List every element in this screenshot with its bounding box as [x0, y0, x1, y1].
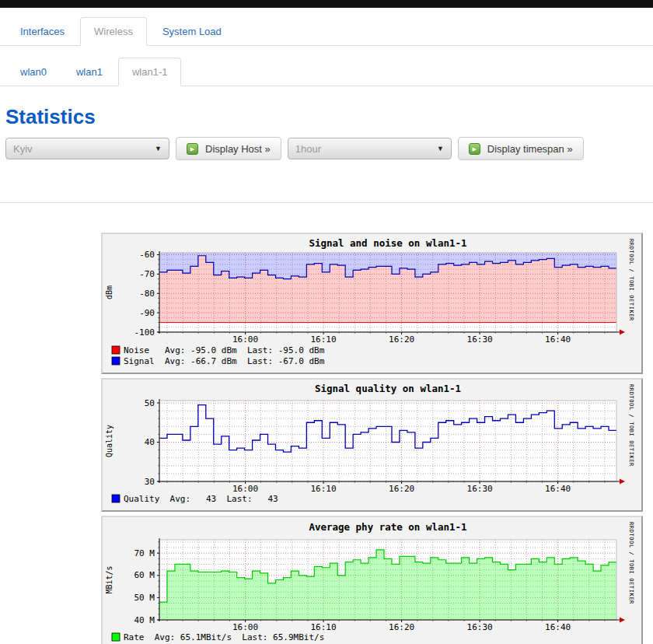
- svg-text:50 M: 50 M: [134, 593, 155, 603]
- svg-text:40: 40: [145, 437, 155, 447]
- svg-text:RRDTOOL / TOBI OETIKER: RRDTOOL / TOBI OETIKER: [628, 522, 634, 604]
- svg-text:Signal and noise on wlan1-1: Signal and noise on wlan1-1: [309, 237, 466, 249]
- display-host-button[interactable]: ▶ Display Host »: [176, 137, 281, 160]
- phy-rate-chart-panel: 40 M50 M60 M70 M16:0016:1016:2016:3016:4…: [101, 516, 643, 644]
- svg-text:16:00: 16:00: [232, 622, 258, 632]
- svg-text:16:10: 16:10: [311, 484, 337, 494]
- signal-noise-chart-panel: -60-70-80-90-10016:0016:1016:2016:3016:4…: [101, 233, 643, 374]
- timespan-select-value: 1hour: [295, 143, 321, 155]
- svg-text:16:20: 16:20: [389, 484, 414, 494]
- graph-controls: Kyiv ▼ ▶ Display Host » 1hour ▼ ▶ Displa…: [5, 137, 653, 160]
- go-icon: ▶: [469, 143, 480, 155]
- display-host-label: Display Host »: [205, 143, 271, 155]
- svg-text:16:00: 16:00: [232, 484, 258, 494]
- svg-text:RRDTOOL / TOBI OETIKER: RRDTOOL / TOBI OETIKER: [628, 239, 634, 321]
- svg-text:60 M: 60 M: [134, 570, 155, 580]
- timespan-select[interactable]: 1hour ▼: [288, 138, 452, 159]
- host-select-value: Kyiv: [13, 143, 33, 155]
- svg-text:Average phy rate on wlan1-1: Average phy rate on wlan1-1: [309, 521, 466, 533]
- svg-text:dBm: dBm: [105, 285, 113, 299]
- svg-text:-70: -70: [139, 269, 155, 279]
- svg-text:MBit/s: MBit/s: [105, 565, 113, 593]
- svg-text:30: 30: [145, 477, 155, 487]
- svg-text:16:40: 16:40: [545, 622, 571, 632]
- svg-text:Signal quality on wlan1-1: Signal quality on wlan1-1: [315, 383, 461, 394]
- charts-area: -60-70-80-90-10016:0016:1016:2016:3016:4…: [101, 233, 653, 644]
- svg-text:16:40: 16:40: [545, 484, 571, 494]
- go-icon: ▶: [187, 143, 198, 155]
- svg-text:16:30: 16:30: [467, 334, 493, 345]
- tab-wlan0[interactable]: wlan0: [6, 58, 61, 86]
- tab-wireless[interactable]: Wireless: [80, 17, 147, 46]
- svg-text:16:20: 16:20: [389, 622, 414, 632]
- svg-text:16:30: 16:30: [467, 484, 493, 494]
- tab-wlan1-1[interactable]: wlan1-1: [118, 58, 182, 86]
- svg-text:16:10: 16:10: [311, 334, 337, 345]
- svg-text:16:20: 16:20: [389, 334, 414, 345]
- tab-interfaces[interactable]: Interfaces: [6, 17, 79, 46]
- svg-text:Noise Avg: -95.0 dBm Last:: Noise Avg: -95.0 dBm Last: -95.0 dBm: [124, 345, 325, 355]
- signal-quality-chart-panel: 30405016:0016:1016:2016:3016:40Signal qu…: [101, 378, 643, 512]
- svg-text:40 M: 40 M: [134, 615, 155, 625]
- svg-text:16:40: 16:40: [545, 334, 571, 345]
- svg-text:Quality: Quality: [105, 425, 113, 457]
- top-bar: [0, 0, 653, 8]
- display-timespan-label: Display timespan »: [487, 143, 573, 155]
- caret-down-icon: ▼: [155, 145, 162, 152]
- svg-text:50: 50: [145, 398, 155, 408]
- section-divider: [0, 202, 653, 203]
- sub-tab-bar: wlan0 wlan1 wlan1-1: [0, 58, 653, 86]
- svg-text:-80: -80: [139, 289, 155, 299]
- signal-noise-chart: -60-70-80-90-10016:0016:1016:2016:3016:4…: [103, 234, 641, 373]
- phy-rate-chart: 40 M50 M60 M70 M16:0016:1016:2016:3016:4…: [103, 517, 641, 644]
- svg-text:70 M: 70 M: [134, 548, 155, 558]
- svg-text:Rate Avg: 65.1MBit/s Last: 6: Rate Avg: 65.1MBit/s Last: 65.9MBit/s: [124, 632, 324, 642]
- tab-wlan1[interactable]: wlan1: [62, 58, 117, 86]
- signal-quality-chart: 30405016:0016:1016:2016:3016:40Signal qu…: [103, 380, 641, 510]
- svg-text:Signal Avg: -66.7 dBm Last:: Signal Avg: -66.7 dBm Last: -67.0 dBm: [124, 356, 325, 366]
- svg-text:16:30: 16:30: [467, 622, 493, 632]
- svg-text:16:10: 16:10: [311, 622, 337, 632]
- main-tab-bar: Interfaces Wireless System Load: [0, 17, 653, 46]
- svg-text:16:00: 16:00: [232, 334, 258, 345]
- page-title: Statistics: [5, 105, 653, 129]
- host-select[interactable]: Kyiv ▼: [5, 138, 169, 159]
- caret-down-icon: ▼: [437, 145, 444, 152]
- tab-system-load[interactable]: System Load: [148, 17, 236, 46]
- svg-text:Quality Avg: 43 Last: 43: Quality Avg: 43 Last: 43: [124, 494, 278, 504]
- svg-text:-100: -100: [134, 327, 155, 338]
- svg-text:RRDTOOL / TOBI OETIKER: RRDTOOL / TOBI OETIKER: [628, 384, 634, 467]
- svg-text:-90: -90: [139, 308, 155, 318]
- svg-text:-60: -60: [139, 250, 155, 260]
- display-timespan-button[interactable]: ▶ Display timespan »: [458, 137, 584, 160]
